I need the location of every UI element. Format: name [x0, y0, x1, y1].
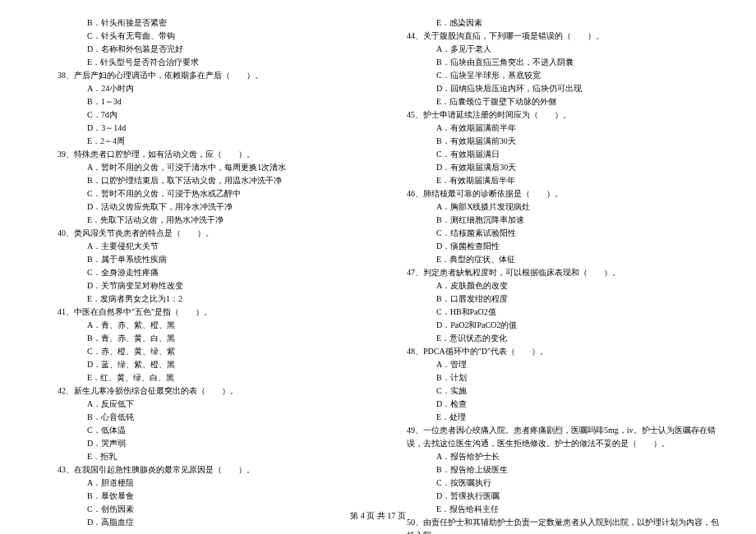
option-line: B．1～3d [58, 95, 374, 108]
option-line: B．青、赤、黄、白、黑 [58, 332, 374, 345]
option-line: D．活动义齿应先取下，用冷水冲洗干净 [58, 200, 374, 214]
option-line: B．针头衔接是否紧密 [58, 16, 374, 30]
option-line: B．计划 [407, 371, 723, 384]
question-line: 45、护士申请延续注册的时间应为（ ）。 [407, 108, 723, 122]
option-line: C．结核菌素试验阳性 [407, 227, 723, 240]
question-line: 42、新生儿寒冷损伤综合征最突出的表（ ）。 [58, 384, 374, 398]
option-line: E．先取下活动义齿，用热水冲洗干净 [58, 214, 374, 227]
option-line: D．暂缓执行医嘱 [407, 490, 723, 503]
option-line: E．拒乳 [58, 450, 374, 463]
question-line: 43、在我国引起急性胰腺炎的最常见原因是（ ）。 [58, 463, 374, 476]
option-line: D．回纳疝块后压迫内环，疝块仍可出现 [407, 82, 723, 95]
question-line: 49、一位患者因心绞痛入院。患者疼痛剧烈，医嘱吗啡5mg，iv。护士认为医嘱存在… [407, 424, 723, 450]
option-line: B．口腔护理结束后，取下活动义齿，用温水冲洗干净 [58, 174, 374, 187]
option-line: B．疝块由直疝三角突出，不进入阴囊 [407, 56, 723, 69]
option-line: B．暴饮暴食 [58, 490, 374, 503]
page-content: B．针头衔接是否紧密C．针头有无弯曲、带钩D．名称和外包装是否完好E．针头型号是… [0, 0, 756, 534]
option-line: A．管理 [407, 358, 723, 371]
option-line: A．暂时不用的义齿，可浸于清水中，每周更换1次清水 [58, 161, 374, 174]
option-line: C．有效期届满日 [407, 148, 723, 161]
option-line: D．痰菌检查阳性 [407, 240, 723, 253]
option-line: C．全身游走性疼痛 [58, 266, 374, 279]
option-line: A．胸部X线摄片发现病灶 [407, 200, 723, 214]
option-line: D．PaO2和PaCO2的值 [407, 319, 723, 332]
option-line: C．HB和PaO2值 [407, 306, 723, 319]
option-line: D．名称和外包装是否完好 [58, 43, 374, 56]
option-line: C．低体温 [58, 424, 374, 437]
option-line: C．疝块呈半球形，基底较宽 [407, 69, 723, 82]
option-line: A．多见于老人 [407, 43, 723, 56]
option-line: E．发病者男女之比为1：2 [58, 292, 374, 306]
option-line: A．报告给护士长 [407, 450, 723, 463]
option-line: C．实施 [407, 384, 723, 398]
question-line: 46、肺结核最可靠的诊断依据是（ ）。 [407, 187, 723, 200]
option-line: B．测红细胞沉降率加速 [407, 214, 723, 227]
question-line: 44、关于腹股沟直疝，下列哪一项是错误的（ ）。 [407, 30, 723, 43]
option-line: A．有效期届满前半年 [407, 122, 723, 135]
option-line: A．胆道梗阻 [58, 476, 374, 490]
page-footer: 第 4 页 共 17 页 [0, 510, 756, 522]
option-line: D．哭声弱 [58, 437, 374, 450]
option-line: C．按医嘱执行 [407, 476, 723, 490]
option-line: E．2～4周 [58, 135, 374, 148]
option-line: B．有效期届满前30天 [407, 135, 723, 148]
option-line: C．7d内 [58, 108, 374, 122]
option-line: E．处理 [407, 411, 723, 424]
option-line: E．针头型号是否符合治疗要求 [58, 56, 374, 69]
option-line: A．青、赤、紫、橙、黑 [58, 319, 374, 332]
question-line: 38、产后产妇的心理调适中，依赖期多在产后（ ）。 [58, 69, 374, 82]
option-line: A．反应低下 [58, 398, 374, 411]
option-line: B．报告给上级医生 [407, 463, 723, 476]
option-line: A．24小时内 [58, 82, 374, 95]
option-line: E．意识状态的变化 [407, 332, 723, 345]
option-line: D．3～14d [58, 122, 374, 135]
option-line: B．心音低钝 [58, 411, 374, 424]
option-line: E．疝囊颈位于腹壁下动脉的外侧 [407, 95, 723, 108]
right-column: E．感染因素44、关于腹股沟直疝，下列哪一项是错误的（ ）。A．多见于老人B．疝… [390, 16, 723, 534]
option-line: C．暂时不用的义齿，可浸于热水或乙醇中 [58, 187, 374, 200]
option-line: E．典型的症状、体征 [407, 253, 723, 266]
option-line: E．红、黄、绿、白、黑 [58, 371, 374, 384]
option-line: E．有效期届满后半年 [407, 174, 723, 187]
option-line: A．主要侵犯大关节 [58, 240, 374, 253]
question-line: 40、类风湿关节炎患者的特点是（ ）。 [58, 227, 374, 240]
option-line: D．有效期届满后30天 [407, 161, 723, 174]
option-line: A．皮肤颜色的改变 [407, 279, 723, 292]
question-line: 48、PDCA循环中的"D"代表（ ）。 [407, 345, 723, 358]
question-line: 39、特殊患者口腔护理，如有活动义齿，应（ ）。 [58, 148, 374, 161]
left-column: B．针头衔接是否紧密C．针头有无弯曲、带钩D．名称和外包装是否完好E．针头型号是… [58, 16, 390, 534]
option-line: C．针头有无弯曲、带钩 [58, 30, 374, 43]
option-line: C．赤、橙、黄、绿、紫 [58, 345, 374, 358]
option-line: B．属于单系统性疾病 [58, 253, 374, 266]
option-line: D．关节病变呈对称性改变 [58, 279, 374, 292]
option-line: D．检查 [407, 398, 723, 411]
option-line: B．口唇发绀的程度 [407, 292, 723, 306]
question-line: 41、中医在自然界中"五色"是指（ ）。 [58, 306, 374, 319]
question-line: 47、判定患者缺氧程度时，可以根据临床表现和（ ）。 [407, 266, 723, 279]
option-line: D．蓝、绿、紫、橙、黑 [58, 358, 374, 371]
option-line: E．感染因素 [407, 16, 723, 30]
